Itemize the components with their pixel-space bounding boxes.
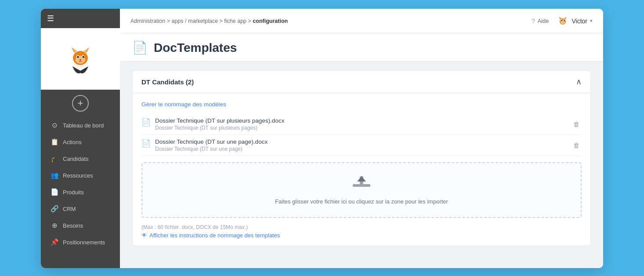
sidebar-label-ressources: Ressources [63,172,93,179]
sidebar-navigation: ⊙ Tableau de bord 📋 Actions 🎓 Candidats … [41,117,120,251]
breadcrumb-sep-2: > [220,18,224,24]
sidebar-item-candidats[interactable]: 🎓 Candidats [43,151,118,167]
upload-dropzone[interactable]: Faites glisser votre fichier ici ou cliq… [141,162,582,218]
svg-marker-16 [564,17,567,19]
instructions-link[interactable]: 👁 Afficher les instructions de nommage d… [141,232,582,239]
page-title: DocTemplates [154,41,237,55]
actions-icon: 📋 [51,138,58,146]
app-window: ☰ [41,9,603,268]
breadcrumb-sep-1: > [167,18,172,24]
help-label: Aide [537,18,549,24]
topbar-right: ? Aide Victor ▾ [532,15,593,27]
breadcrumb: Administration > apps / marketplace > fi… [130,18,288,24]
help-icon: ? [532,17,535,25]
delete-file-2-button[interactable]: 🗑 [572,140,582,151]
produits-icon: 📄 [51,188,58,196]
file-subtitle: Dossier Technique (DT sur plusieurs page… [155,125,284,131]
file-info: Dossier Technique (DT sur une page).docx… [155,138,268,152]
svg-point-10 [83,56,84,58]
svg-point-11 [80,59,81,61]
topbar: Administration > apps / marketplace > fi… [120,9,603,33]
eye-icon: 👁 [141,232,147,239]
user-chevron-icon: ▾ [590,18,593,24]
page-area: 📄 DocTemplates DT Candidats (2) ∧ Gérer … [120,33,603,268]
help-link[interactable]: ? Aide [532,17,549,25]
sidebar-label-actions: Actions [63,139,82,145]
page-title-icon: 📄 [132,40,148,55]
sidebar-label-candidats: Candidats [63,156,89,162]
file-item: 📄 Dossier Technique (DT sur plusieurs pa… [141,114,582,135]
crm-icon: 🔗 [51,205,58,213]
content-body: DT Candidats (2) ∧ Gérer le nommage des … [120,62,603,255]
svg-marker-15 [559,17,561,19]
candidats-icon: 🎓 [51,155,58,163]
svg-point-9 [77,56,79,58]
dashboard-icon: ⊙ [51,121,58,129]
sidebar-label-crm: CRM [63,206,76,212]
sidebar-item-tableau-de-bord[interactable]: ⊙ Tableau de bord [43,117,118,133]
instructions-link-label: Afficher les instructions de nommage des… [149,232,280,239]
file-item-left: 📄 Dossier Technique (DT sur plusieurs pa… [141,117,284,131]
card-body: Gérer le nommage des modèles 📄 Dossier T… [133,93,590,246]
besoins-icon: ⊕ [51,222,58,229]
file-docx-icon: 📄 [141,118,151,127]
hamburger-button[interactable]: ☰ [47,14,54,23]
positionnements-icon: 📌 [51,238,58,246]
user-menu[interactable]: Victor ▾ [557,15,593,27]
user-avatar-icon [557,15,569,27]
file-docx-icon: 📄 [141,139,151,148]
sidebar-item-ressources[interactable]: 👥 Ressources [43,167,118,183]
file-name: Dossier Technique (DT sur une page).docx [155,138,268,145]
dt-candidats-card: DT Candidats (2) ∧ Gérer le nommage des … [132,70,591,246]
sidebar-label-besoins: Besoins [63,222,83,229]
sidebar-item-besoins[interactable]: ⊕ Besoins [43,218,118,233]
file-subtitle: Dossier Technique (DT sur une page) [155,146,268,152]
ressources-icon: 👥 [51,171,58,179]
breadcrumb-current: configuration [253,18,288,24]
svg-point-20 [561,20,562,21]
page-header: 📄 DocTemplates [120,33,603,62]
breadcrumb-apps[interactable]: apps / marketplace [171,18,218,24]
collapse-button[interactable]: ∧ [576,77,582,87]
card-header: DT Candidats (2) ∧ [133,71,590,93]
sidebar-label-produits: Produits [63,189,84,196]
sidebar-item-crm[interactable]: 🔗 CRM [43,201,118,217]
sidebar-label-positionnements: Positionnements [63,239,105,246]
sidebar-item-produits[interactable]: 📄 Produits [43,184,118,200]
svg-point-21 [564,20,565,21]
file-item-left: 📄 Dossier Technique (DT sur une page).do… [141,138,268,152]
card-title: DT Candidats (2) [141,78,194,86]
file-item: 📄 Dossier Technique (DT sur une page).do… [141,135,582,156]
sidebar-logo-area [41,28,120,90]
sidebar-add-button[interactable]: + [72,95,89,112]
manage-naming-link[interactable]: Gérer le nommage des modèles [141,101,226,108]
user-name: Victor [572,18,587,25]
svg-point-17 [561,21,565,24]
delete-file-1-button[interactable]: 🗑 [572,119,582,130]
svg-marker-24 [357,176,366,182]
sidebar: ☰ [41,9,120,268]
sidebar-item-actions[interactable]: 📋 Actions [43,134,118,150]
breadcrumb-admin[interactable]: Administration [130,18,165,24]
main-content: Administration > apps / marketplace > fi… [120,9,603,268]
sidebar-label-tableau-de-bord: Tableau de bord [63,122,104,129]
sidebar-item-positionnements[interactable]: 📌 Positionnements [43,234,118,250]
file-name: Dossier Technique (DT sur plusieurs page… [155,117,284,124]
file-info: Dossier Technique (DT sur plusieurs page… [155,117,284,131]
breadcrumb-sep-3: > [248,18,253,24]
file-constraints: (Max : 60 fichier .docx, DOCX de 15Mo ma… [141,224,582,230]
upload-text: Faites glisser votre fichier ici ou cliq… [275,198,448,205]
breadcrumb-fiche[interactable]: fiche app [224,18,246,24]
fox-logo [63,42,98,77]
upload-icon [353,175,370,195]
